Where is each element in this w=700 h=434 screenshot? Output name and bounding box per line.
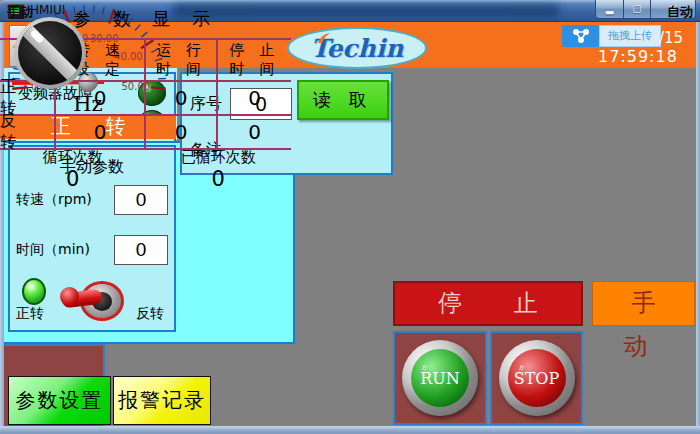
forward-label: 正转 <box>16 305 44 323</box>
cloud-share-icon <box>562 25 599 47</box>
window-border-bottom <box>0 426 700 434</box>
run-pushbutton[interactable]: 〃 RUN <box>402 340 478 416</box>
button-shine-icon: 〃 <box>418 360 431 376</box>
run-pushbutton-panel: 〃 RUN <box>393 331 487 425</box>
read-button[interactable]: 读 取 <box>297 80 389 120</box>
cycle-count-group: 循环次数 0 <box>0 144 146 199</box>
rotary-auto-label: 自动 <box>667 3 693 21</box>
clock-display: 17:59:18 <box>598 47 678 66</box>
rotary-handle-icon <box>18 21 82 85</box>
button-shine-icon: 〃 <box>515 360 528 376</box>
window-border-right <box>696 22 700 426</box>
cycled-count-value: 0 <box>146 167 292 191</box>
drag-upload-overlay[interactable]: 拖拽上传 <box>562 25 661 47</box>
stop-button[interactable]: 停 止 <box>393 281 583 326</box>
cycle-count-label: 循环次数 <box>0 148 146 167</box>
hmi-window: HMIUI ▂ ▢ ✕ Techin <box>0 0 700 434</box>
parameter-settings-button[interactable]: 参数设置 <box>8 376 111 425</box>
direction-toggle-switch[interactable] <box>62 275 128 325</box>
mode-rotary-switch[interactable] <box>14 17 86 89</box>
table-cell: 0 <box>218 82 291 114</box>
table-cell: 0 <box>56 82 146 114</box>
column-header-run-time: 运 行时 间 <box>146 40 218 80</box>
drag-upload-label: 拖拽上传 <box>599 25 661 47</box>
time-input[interactable] <box>114 235 168 265</box>
stop-pushbutton-panel: 〃 STOP <box>490 331 583 425</box>
cycle-count-value: 0 <box>0 167 146 191</box>
logo-accent-icon <box>317 32 331 44</box>
toggle-tip-icon <box>60 287 79 306</box>
rotary-knob-icon <box>18 21 82 85</box>
time-label: 时间（min) <box>16 241 114 259</box>
manual-mode-button[interactable]: 手 动 <box>592 281 695 326</box>
brand-logo: Techin <box>287 27 427 69</box>
reverse-label: 反转 <box>136 305 164 323</box>
cycled-count-label: 已循环次数 <box>146 148 292 167</box>
table-cell: 0 <box>146 82 218 114</box>
page-indicator: /15 <box>659 29 683 47</box>
column-header-stop-time: 停 止时 间 <box>218 40 291 80</box>
alarm-record-button[interactable]: 报警记录 <box>113 376 211 425</box>
rotary-manual-label: 手动 <box>7 3 33 21</box>
forward-run-led-icon <box>22 278 46 305</box>
stop-pushbutton[interactable]: 〃 STOP <box>499 340 575 416</box>
cycled-count-group: 已循环次数 0 <box>146 144 292 199</box>
